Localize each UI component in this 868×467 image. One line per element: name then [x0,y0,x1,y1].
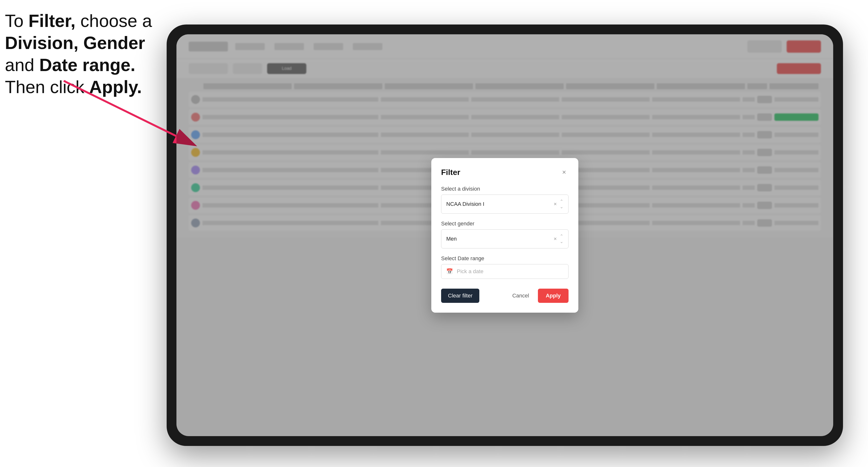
modal-title: Filter [441,168,460,177]
division-select-actions: × ⌃⌄ [554,199,563,210]
instruction-line3: and Date range. [5,55,135,75]
clear-filter-button[interactable]: Clear filter [441,289,479,303]
gender-select-value: Men × ⌃⌄ [441,229,568,248]
gender-form-group: Select gender Men × ⌃⌄ [441,220,568,248]
tablet-screen: Load [177,34,833,436]
date-input[interactable]: 📅 Pick a date [441,264,568,279]
division-select[interactable]: NCAA Division I × ⌃⌄ [441,194,568,214]
tablet-frame: Load [167,25,843,446]
instruction-panel: To Filter, choose a Division, Gender and… [5,10,157,98]
gender-select-actions: × ⌃⌄ [554,234,563,244]
gender-label: Select gender [441,220,568,227]
gender-chevron-icon: ⌃⌄ [560,234,563,244]
instruction-line4: Then click Apply. [5,77,142,97]
modal-header: Filter × [441,168,568,177]
date-form-group: Select Date range 📅 Pick a date [441,255,568,279]
division-form-group: Select a division NCAA Division I × ⌃⌄ [441,186,568,214]
modal-right-buttons: Cancel Apply [507,289,568,303]
modal-overlay: Filter × Select a division NCAA Division… [177,34,833,436]
gender-select[interactable]: Men × ⌃⌄ [441,229,568,248]
date-label: Select Date range [441,255,568,262]
modal-footer: Clear filter Cancel Apply [441,289,568,303]
division-clear-icon[interactable]: × [554,201,557,207]
modal-close-button[interactable]: × [560,168,568,177]
cancel-button[interactable]: Cancel [507,289,534,303]
filter-modal: Filter × Select a division NCAA Division… [431,158,578,313]
division-chevron-icon: ⌃⌄ [560,199,563,210]
instruction-line2: Division, Gender [5,33,145,53]
instruction-line1: To Filter, choose a [5,11,152,31]
calendar-icon: 📅 [446,268,453,275]
gender-clear-icon[interactable]: × [554,236,557,242]
division-label: Select a division [441,186,568,192]
date-placeholder-text: Pick a date [457,268,484,275]
apply-button[interactable]: Apply [538,289,568,303]
division-select-value: NCAA Division I × ⌃⌄ [441,195,568,213]
